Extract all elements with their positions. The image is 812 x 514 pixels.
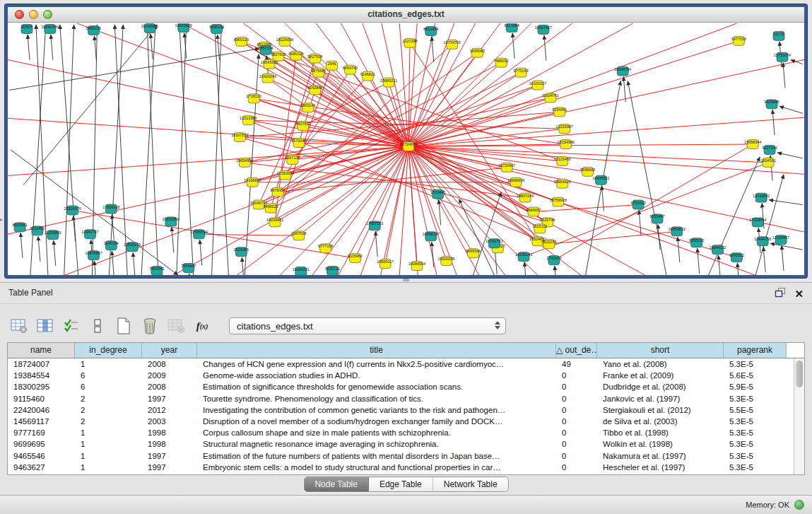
table-settings-icon[interactable] <box>10 317 28 335</box>
table-cell[interactable]: Franke et al. (2009) <box>597 370 724 381</box>
table-cell[interactable]: 5.3E-5 <box>724 438 787 450</box>
column-header-year[interactable]: year <box>142 343 197 358</box>
table-cell[interactable]: Yano et al. (2008) <box>597 358 724 370</box>
table-cell[interactable]: 2003 <box>142 416 197 427</box>
table-cell[interactable]: 0 <box>556 393 597 404</box>
table-cell[interactable]: Disruption of a novel member of a sodium… <box>197 416 556 427</box>
create-table-icon[interactable] <box>114 317 133 335</box>
table-cell[interactable]: Changes of HCN gene expression and I(f) … <box>197 358 556 370</box>
table-cell[interactable]: 0 <box>556 450 597 462</box>
tab-network-table[interactable]: Network Table <box>433 477 508 491</box>
table-row[interactable]: 1872400712008Changes of HCN gene express… <box>8 358 794 370</box>
table-cell[interactable]: 5.9E-5 <box>724 381 787 392</box>
table-row[interactable]: 1456911722003Disruption of a novel membe… <box>8 416 794 427</box>
table-cell[interactable]: 9699695 <box>8 438 75 450</box>
table-cell[interactable]: 0 <box>556 381 597 392</box>
table-row[interactable]: 1938455462009Genome-wide association stu… <box>8 370 794 381</box>
table-cell[interactable]: 9777169 <box>8 427 75 438</box>
table-cell[interactable]: 9465546 <box>8 450 75 462</box>
tab-node-table[interactable]: Node Table <box>304 477 369 491</box>
table-cell[interactable]: 1998 <box>142 438 197 450</box>
table-cell[interactable]: 9463627 <box>8 462 75 473</box>
table-cell[interactable]: 9115460 <box>8 393 75 404</box>
table-cell[interactable]: Wolkin et al. (1998) <box>597 438 724 450</box>
memory-ok-led-icon[interactable] <box>794 500 804 510</box>
table-cell[interactable]: 2012 <box>142 404 197 416</box>
column-header-name[interactable]: name <box>8 343 75 358</box>
table-cell[interactable]: 0 <box>556 370 597 381</box>
table-row[interactable]: 969969511998Structural magnetic resonanc… <box>8 438 794 450</box>
table-cell[interactable]: 18724007 <box>8 358 75 370</box>
table-cell[interactable]: 5.3E-5 <box>724 462 787 473</box>
table-cell[interactable]: 22420046 <box>8 404 75 416</box>
table-cell[interactable]: 2 <box>75 416 142 427</box>
vertical-scrollbar[interactable] <box>794 358 804 474</box>
table-cell[interactable]: 2008 <box>142 381 197 392</box>
table-cell[interactable]: 49 <box>556 358 597 370</box>
network-canvas[interactable]: 1872400789601238912955182260589827503165… <box>8 23 804 275</box>
table-cell[interactable]: 6 <box>75 381 142 392</box>
table-cell[interactable]: 0 <box>556 404 597 416</box>
table-cell[interactable]: Tourette syndrome. Phenomenology and cla… <box>197 393 556 404</box>
table-cell[interactable]: 18300295 <box>8 381 75 392</box>
table-cell[interactable]: Jankovic et al. (1997) <box>597 393 724 404</box>
table-cell[interactable]: Genome-wide association studies in ADHD. <box>197 370 556 381</box>
column-header-in_degree[interactable]: in_degree <box>75 343 142 358</box>
table-row[interactable]: 946362711997Embryonic stem cells: a mode… <box>8 462 794 473</box>
table-cell[interactable]: Tibbo et al. (1998) <box>597 427 724 438</box>
table-cell[interactable]: Nakamura et al. (1997) <box>597 450 724 462</box>
table-cell[interactable]: 0 <box>556 416 597 427</box>
table-row[interactable]: 2242004622012Investigating the contribut… <box>8 404 794 416</box>
zoom-light-icon[interactable] <box>43 10 52 19</box>
table-row[interactable]: 911546021997Tourette syndrome. Phenomeno… <box>8 393 794 404</box>
table-cell[interactable]: Estimation of the future numbers of pati… <box>197 450 556 462</box>
column-header-pagerank[interactable]: pagerank <box>724 343 787 358</box>
select-columns-icon[interactable] <box>62 317 81 335</box>
table-cell[interactable]: 14569117 <box>8 416 75 427</box>
table-cell[interactable]: Dudbridge et al. (2008) <box>597 381 724 392</box>
table-cell[interactable]: Hescheler et al. (1997) <box>597 462 724 473</box>
table-cell[interactable]: 1 <box>75 438 142 450</box>
close-light-icon[interactable] <box>15 10 24 19</box>
table-cell[interactable]: 5.3E-5 <box>724 393 787 404</box>
close-icon[interactable]: ✕ <box>794 288 804 300</box>
table-cell[interactable]: 1997 <box>142 462 197 473</box>
table-cell[interactable]: 5.3E-5 <box>724 427 787 438</box>
table-cell[interactable]: 1 <box>75 450 142 462</box>
column-header-out_de[interactable]: △ out_de… <box>556 343 597 358</box>
table-row[interactable]: 977716911998Corpus callosum shape and si… <box>8 427 794 438</box>
table-cell[interactable]: 1 <box>75 462 142 473</box>
table-cell[interactable]: Stergiakouli et al. (2012) <box>597 404 724 416</box>
table-row[interactable]: 946554611997Estimation of the future num… <box>8 450 794 462</box>
table-cell[interactable]: Estimation of significance thresholds fo… <box>197 381 556 392</box>
table-row[interactable]: 1830029562008Estimation of significance … <box>8 381 794 392</box>
table-cell[interactable]: 2 <box>75 404 142 416</box>
table-cell[interactable]: 2009 <box>142 370 197 381</box>
panel-collapse-handle[interactable]: ▸ <box>0 215 5 225</box>
table-cell[interactable]: 0 <box>556 462 597 473</box>
table-cell[interactable]: 19384554 <box>8 370 75 381</box>
column-header-title[interactable]: title <box>197 343 556 358</box>
table-cell[interactable]: Structural magnetic resonance image aver… <box>197 438 556 450</box>
table-cell[interactable]: 6 <box>75 370 142 381</box>
float-panel-icon[interactable] <box>775 287 786 300</box>
table-cell[interactable]: 2 <box>75 393 142 404</box>
table-cell[interactable]: 5.6E-5 <box>724 370 787 381</box>
network-window-titlebar[interactable]: citations_edges.txt <box>8 7 804 23</box>
splitter-handle[interactable] <box>403 279 409 281</box>
table-cell[interactable]: 5.3E-5 <box>724 416 787 427</box>
minimize-light-icon[interactable] <box>29 10 38 19</box>
tab-edge-table[interactable]: Edge Table <box>369 477 433 491</box>
table-cell[interactable]: 1 <box>75 427 142 438</box>
table-cell[interactable]: 0 <box>556 427 597 438</box>
table-cell[interactable]: 0 <box>556 438 597 450</box>
table-cell[interactable]: 1998 <box>142 427 197 438</box>
table-cell[interactable]: 1997 <box>142 450 197 462</box>
table-cell[interactable]: 1997 <box>142 393 197 404</box>
column-header-short[interactable]: short <box>597 343 724 358</box>
delete-selected-icon[interactable] <box>141 317 159 335</box>
table-cell[interactable]: 1 <box>75 358 142 370</box>
table-cell[interactable]: 5.5E-5 <box>724 404 787 416</box>
table-cell[interactable]: Investigating the contribution of common… <box>197 404 556 416</box>
table-cell[interactable]: Corpus callosum shape and size in male p… <box>197 427 556 438</box>
